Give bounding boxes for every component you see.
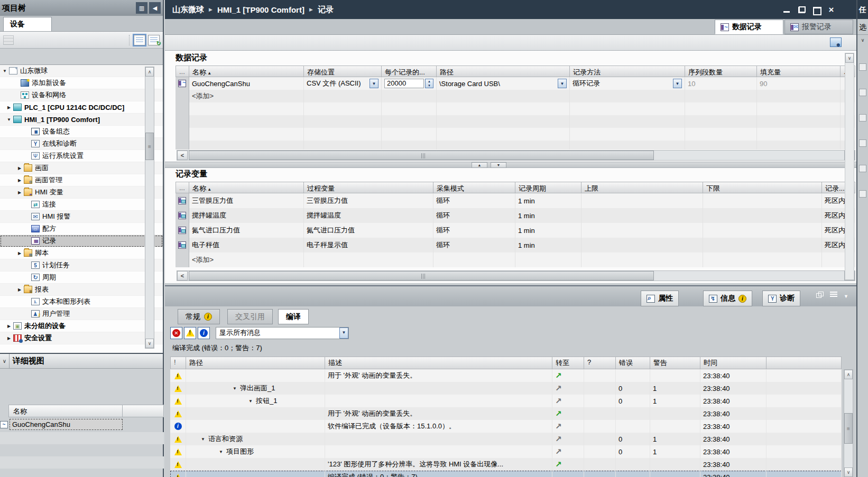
expander-icon[interactable]: ▶ <box>16 190 23 195</box>
column-header-warnings[interactable]: 警告 <box>650 357 700 369</box>
scroll-down-icon[interactable]: ∨ <box>145 339 154 348</box>
dropdown-icon[interactable]: ▼ <box>558 79 567 88</box>
log-variable-row[interactable]: 三管膜压力值 三管膜压力值 循环 1 min 死区内 <box>176 193 855 208</box>
scroll-down-icon[interactable]: ∨ <box>845 53 854 63</box>
scroll-up-icon[interactable]: ∧ <box>145 67 154 77</box>
list-view-icon[interactable] <box>830 292 837 298</box>
chevron-down-icon[interactable]: ∨ <box>857 35 868 45</box>
expander-icon[interactable]: ▼ <box>233 386 237 391</box>
tree-item-project-root[interactable]: ▼山东微球 <box>0 65 163 77</box>
maximize-icon[interactable] <box>812 6 820 13</box>
collapse-detail-view-icon[interactable]: ∨ <box>0 354 10 368</box>
show-columns-icon[interactable] <box>134 35 145 45</box>
data-log-add-row[interactable]: <添加> <box>176 90 855 102</box>
log-variable-add-row[interactable]: <添加> <box>176 252 855 267</box>
goto-icon[interactable]: ↗ <box>555 397 562 405</box>
tree-item-plc1[interactable]: ▶PLC_1 [CPU 1214C DC/DC/DC] <box>0 101 163 114</box>
tree-item-text-graphic-lists[interactable]: ▶文本和图形列表 <box>0 296 163 308</box>
tree-item-hmi-tags[interactable]: ▶▰HMI 变量 <box>0 186 163 199</box>
tree-item-logs[interactable]: ▶记录 <box>0 235 163 247</box>
tab-devices[interactable]: 设备 <box>3 17 52 31</box>
column-header-time[interactable]: 时间 <box>700 357 767 369</box>
close-icon[interactable]: × <box>827 6 835 13</box>
tree-item-ungrouped-devices[interactable]: ▶未分组的设备 <box>0 320 163 332</box>
expander-icon[interactable]: ▶ <box>5 336 13 341</box>
message-row[interactable]: ▼按钮_1 ↗ 0 1 23:38:40 <box>170 395 842 407</box>
log-variable-row[interactable]: 搅拌罐温度 搅拌罐温度 循环 1 min 死区内 <box>176 208 855 223</box>
message-row[interactable]: 用于 '外观' 动画的变量丢失。 ↗ 23:38:40 <box>170 369 842 382</box>
task-card-button[interactable] <box>859 139 866 147</box>
pane-info[interactable]: 信息 i <box>703 291 752 306</box>
data-logs-hscrollbar[interactable]: < > <box>177 150 855 161</box>
breadcrumb-editor[interactable]: 记录 <box>318 5 334 15</box>
splitter-up-icon[interactable]: ▲ <box>472 162 487 168</box>
task-card-button[interactable] <box>859 165 866 172</box>
column-header-low[interactable]: 下限 <box>703 182 822 193</box>
pin-panel-icon[interactable]: ▥ <box>136 2 147 14</box>
dropdown-icon[interactable]: ▼ <box>370 79 378 88</box>
tree-item-online-diagnostics[interactable]: ▶在线和诊断 <box>0 138 163 150</box>
filter-warnings-button[interactable] <box>184 327 196 339</box>
goto-icon[interactable]: ↗ <box>555 372 562 379</box>
scroll-up-icon[interactable]: ∧ <box>844 370 853 379</box>
goto-icon[interactable]: ↗ <box>555 448 562 455</box>
expander-icon[interactable]: ▶ <box>16 251 23 256</box>
column-header-bang[interactable]: ! <box>170 357 186 369</box>
column-header-method[interactable]: 记录方法 <box>570 66 685 77</box>
log-name-cell[interactable]: GuoChengCanShu <box>189 77 304 90</box>
column-header-mode[interactable]: 采集模式 <box>433 182 515 193</box>
column-header-goto[interactable]: 转至 <box>552 357 584 369</box>
message-row[interactable]: ▼弹出画面_1 ↗ 0 1 23:38:40 <box>170 382 842 395</box>
expander-icon[interactable]: ▼ <box>201 437 205 442</box>
log-variable-row[interactable]: 氮气进口压力值 氮气进口压力值 循环 1 min 死区内 <box>176 223 855 238</box>
collapse-inspector-icon[interactable] <box>844 292 851 298</box>
breadcrumb-device[interactable]: HMI_1 [TP900 Comfort] <box>217 5 304 14</box>
scroll-left-icon[interactable]: < <box>177 271 188 280</box>
tree-item-devices-networks[interactable]: ▶设备和网络 <box>0 89 163 101</box>
tree-item-device-config[interactable]: ▶设备组态 <box>0 126 163 138</box>
column-header[interactable]: ... <box>176 182 189 193</box>
message-list-scrollbar[interactable]: ∧ ≡ ∨ <box>844 369 853 477</box>
goto-icon[interactable]: ↗ <box>555 410 562 417</box>
log-variable-row[interactable]: 电子秤值 电子秤显示值 循环 1 min 死区内 <box>176 238 855 252</box>
expander-icon[interactable]: ▶ <box>16 178 23 183</box>
expander-icon[interactable]: ▼ <box>5 117 13 122</box>
minimize-icon[interactable] <box>783 6 791 13</box>
tree-item-hmi1[interactable]: ▼HMI_1 [TP900 Comfort] <box>0 114 163 126</box>
refresh-table-icon[interactable] <box>148 35 160 45</box>
tab-compile[interactable]: 编译 <box>278 309 309 324</box>
scrollbar-thumb[interactable] <box>189 271 654 280</box>
dropdown-icon[interactable]: ▼ <box>673 79 682 88</box>
column-header[interactable]: ... <box>176 66 189 77</box>
message-row[interactable]: '123' 图形使用了多种分辨率。这将导致 HMI 设备出现像... ↗ 23:… <box>170 458 842 471</box>
tree-item-runtime-settings[interactable]: ▶运行系统设置 <box>0 150 163 162</box>
tree-item-screen-management[interactable]: ▶⚙画面管理 <box>0 174 163 186</box>
task-card-button[interactable] <box>859 190 866 198</box>
filter-errors-button[interactable]: ✕ <box>170 327 182 339</box>
column-header-storage[interactable]: 存储位置 <box>304 66 382 77</box>
editor-vscrollbar[interactable]: ∨ <box>845 53 854 280</box>
message-row-selected[interactable]: 编译完成 (错误：0；警告：7) 23:38:40 <box>170 471 842 477</box>
storage-location-cell[interactable]: CSV 文件 (ASCII)▼ <box>304 77 382 90</box>
splitter-down-icon[interactable]: ▼ <box>491 162 506 168</box>
tab-general[interactable]: 常规 i <box>178 309 220 324</box>
tree-item-security-settings[interactable]: ▶安全设置 <box>0 332 163 344</box>
tree-item-reports[interactable]: ▶≣报表 <box>0 284 163 296</box>
detail-view-item[interactable]: ~ GuoChengCanShu <box>0 418 123 431</box>
tree-item-user-administration[interactable]: ▶用户管理 <box>0 308 163 320</box>
path-cell[interactable]: \Storage Card USB\▼ <box>437 77 570 90</box>
column-header-fill[interactable]: 填充量 <box>757 66 841 77</box>
tree-item-connections[interactable]: ▶连接 <box>0 199 163 211</box>
expander-icon[interactable]: ▼ <box>219 450 223 454</box>
column-header-description[interactable]: 描述 <box>325 357 552 369</box>
pane-properties[interactable]: 属性 <box>641 291 679 306</box>
column-header-name[interactable]: 名称 <box>189 182 304 193</box>
message-row[interactable]: 用于 '外观' 动画的变量丢失。 ↗ 23:38:40 <box>170 407 842 420</box>
scrollbar-thumb[interactable]: ≡ <box>145 133 154 160</box>
tree-item-hmi-alarms[interactable]: ▶HMI 报警 <box>0 211 163 223</box>
tree-item-screens[interactable]: ▶画面 <box>0 162 163 174</box>
filter-info-button[interactable]: i <box>198 327 210 339</box>
column-header-records[interactable]: 每个记录的... <box>382 66 437 77</box>
records-per-log-cell[interactable]: 20000▲▼ <box>382 77 437 90</box>
task-card-tab[interactable]: 选 <box>857 19 868 35</box>
